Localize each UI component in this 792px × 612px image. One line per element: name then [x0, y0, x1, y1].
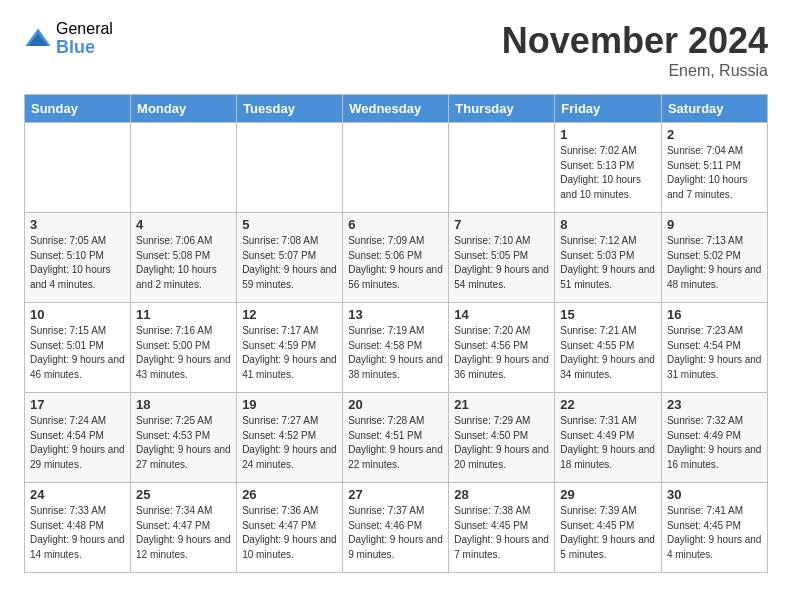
day-info: Sunrise: 7:04 AM Sunset: 5:11 PM Dayligh… [667, 144, 762, 202]
day-number: 9 [667, 217, 762, 232]
header-row: Sunday Monday Tuesday Wednesday Thursday… [25, 95, 768, 123]
day-cell: 8Sunrise: 7:12 AM Sunset: 5:03 PM Daylig… [555, 213, 662, 303]
day-number: 6 [348, 217, 443, 232]
day-number: 19 [242, 397, 337, 412]
day-info: Sunrise: 7:13 AM Sunset: 5:02 PM Dayligh… [667, 234, 762, 292]
day-number: 11 [136, 307, 231, 322]
day-cell: 11Sunrise: 7:16 AM Sunset: 5:00 PM Dayli… [131, 303, 237, 393]
day-cell: 7Sunrise: 7:10 AM Sunset: 5:05 PM Daylig… [449, 213, 555, 303]
day-number: 8 [560, 217, 656, 232]
location: Enem, Russia [502, 62, 768, 80]
day-cell: 1Sunrise: 7:02 AM Sunset: 5:13 PM Daylig… [555, 123, 662, 213]
day-number: 29 [560, 487, 656, 502]
logo-text: General Blue [56, 20, 113, 57]
day-cell: 16Sunrise: 7:23 AM Sunset: 4:54 PM Dayli… [661, 303, 767, 393]
day-info: Sunrise: 7:34 AM Sunset: 4:47 PM Dayligh… [136, 504, 231, 562]
day-info: Sunrise: 7:10 AM Sunset: 5:05 PM Dayligh… [454, 234, 549, 292]
title-block: November 2024 Enem, Russia [502, 20, 768, 80]
day-cell: 30Sunrise: 7:41 AM Sunset: 4:45 PM Dayli… [661, 483, 767, 573]
day-cell [449, 123, 555, 213]
day-cell: 18Sunrise: 7:25 AM Sunset: 4:53 PM Dayli… [131, 393, 237, 483]
day-cell: 14Sunrise: 7:20 AM Sunset: 4:56 PM Dayli… [449, 303, 555, 393]
day-cell: 9Sunrise: 7:13 AM Sunset: 5:02 PM Daylig… [661, 213, 767, 303]
day-cell: 12Sunrise: 7:17 AM Sunset: 4:59 PM Dayli… [237, 303, 343, 393]
day-number: 3 [30, 217, 125, 232]
day-info: Sunrise: 7:19 AM Sunset: 4:58 PM Dayligh… [348, 324, 443, 382]
day-cell: 25Sunrise: 7:34 AM Sunset: 4:47 PM Dayli… [131, 483, 237, 573]
day-info: Sunrise: 7:28 AM Sunset: 4:51 PM Dayligh… [348, 414, 443, 472]
day-number: 12 [242, 307, 337, 322]
day-info: Sunrise: 7:39 AM Sunset: 4:45 PM Dayligh… [560, 504, 656, 562]
day-info: Sunrise: 7:12 AM Sunset: 5:03 PM Dayligh… [560, 234, 656, 292]
day-number: 25 [136, 487, 231, 502]
day-number: 22 [560, 397, 656, 412]
col-wednesday: Wednesday [343, 95, 449, 123]
day-number: 5 [242, 217, 337, 232]
day-cell: 5Sunrise: 7:08 AM Sunset: 5:07 PM Daylig… [237, 213, 343, 303]
day-info: Sunrise: 7:25 AM Sunset: 4:53 PM Dayligh… [136, 414, 231, 472]
day-number: 1 [560, 127, 656, 142]
day-info: Sunrise: 7:20 AM Sunset: 4:56 PM Dayligh… [454, 324, 549, 382]
day-cell: 22Sunrise: 7:31 AM Sunset: 4:49 PM Dayli… [555, 393, 662, 483]
day-info: Sunrise: 7:33 AM Sunset: 4:48 PM Dayligh… [30, 504, 125, 562]
day-cell: 6Sunrise: 7:09 AM Sunset: 5:06 PM Daylig… [343, 213, 449, 303]
day-info: Sunrise: 7:17 AM Sunset: 4:59 PM Dayligh… [242, 324, 337, 382]
day-number: 16 [667, 307, 762, 322]
day-cell: 24Sunrise: 7:33 AM Sunset: 4:48 PM Dayli… [25, 483, 131, 573]
day-number: 27 [348, 487, 443, 502]
day-number: 23 [667, 397, 762, 412]
day-number: 10 [30, 307, 125, 322]
col-friday: Friday [555, 95, 662, 123]
col-tuesday: Tuesday [237, 95, 343, 123]
day-info: Sunrise: 7:41 AM Sunset: 4:45 PM Dayligh… [667, 504, 762, 562]
day-cell [237, 123, 343, 213]
day-info: Sunrise: 7:02 AM Sunset: 5:13 PM Dayligh… [560, 144, 656, 202]
day-cell: 20Sunrise: 7:28 AM Sunset: 4:51 PM Dayli… [343, 393, 449, 483]
day-cell: 2Sunrise: 7:04 AM Sunset: 5:11 PM Daylig… [661, 123, 767, 213]
week-row-1: 3Sunrise: 7:05 AM Sunset: 5:10 PM Daylig… [25, 213, 768, 303]
day-number: 21 [454, 397, 549, 412]
day-info: Sunrise: 7:21 AM Sunset: 4:55 PM Dayligh… [560, 324, 656, 382]
day-info: Sunrise: 7:37 AM Sunset: 4:46 PM Dayligh… [348, 504, 443, 562]
day-cell: 23Sunrise: 7:32 AM Sunset: 4:49 PM Dayli… [661, 393, 767, 483]
day-cell: 10Sunrise: 7:15 AM Sunset: 5:01 PM Dayli… [25, 303, 131, 393]
day-info: Sunrise: 7:09 AM Sunset: 5:06 PM Dayligh… [348, 234, 443, 292]
week-row-0: 1Sunrise: 7:02 AM Sunset: 5:13 PM Daylig… [25, 123, 768, 213]
day-cell: 29Sunrise: 7:39 AM Sunset: 4:45 PM Dayli… [555, 483, 662, 573]
col-monday: Monday [131, 95, 237, 123]
day-info: Sunrise: 7:06 AM Sunset: 5:08 PM Dayligh… [136, 234, 231, 292]
day-cell: 21Sunrise: 7:29 AM Sunset: 4:50 PM Dayli… [449, 393, 555, 483]
day-info: Sunrise: 7:23 AM Sunset: 4:54 PM Dayligh… [667, 324, 762, 382]
day-number: 15 [560, 307, 656, 322]
day-info: Sunrise: 7:15 AM Sunset: 5:01 PM Dayligh… [30, 324, 125, 382]
day-number: 14 [454, 307, 549, 322]
day-number: 24 [30, 487, 125, 502]
day-cell: 13Sunrise: 7:19 AM Sunset: 4:58 PM Dayli… [343, 303, 449, 393]
day-cell: 17Sunrise: 7:24 AM Sunset: 4:54 PM Dayli… [25, 393, 131, 483]
day-info: Sunrise: 7:32 AM Sunset: 4:49 PM Dayligh… [667, 414, 762, 472]
day-info: Sunrise: 7:16 AM Sunset: 5:00 PM Dayligh… [136, 324, 231, 382]
day-info: Sunrise: 7:08 AM Sunset: 5:07 PM Dayligh… [242, 234, 337, 292]
day-info: Sunrise: 7:05 AM Sunset: 5:10 PM Dayligh… [30, 234, 125, 292]
day-cell: 4Sunrise: 7:06 AM Sunset: 5:08 PM Daylig… [131, 213, 237, 303]
header: General Blue November 2024 Enem, Russia [24, 20, 768, 80]
logo-icon [24, 25, 52, 53]
page: General Blue November 2024 Enem, Russia … [0, 0, 792, 593]
day-cell: 15Sunrise: 7:21 AM Sunset: 4:55 PM Dayli… [555, 303, 662, 393]
col-sunday: Sunday [25, 95, 131, 123]
day-cell: 19Sunrise: 7:27 AM Sunset: 4:52 PM Dayli… [237, 393, 343, 483]
day-number: 17 [30, 397, 125, 412]
day-cell: 26Sunrise: 7:36 AM Sunset: 4:47 PM Dayli… [237, 483, 343, 573]
day-cell [343, 123, 449, 213]
day-number: 20 [348, 397, 443, 412]
week-row-3: 17Sunrise: 7:24 AM Sunset: 4:54 PM Dayli… [25, 393, 768, 483]
col-saturday: Saturday [661, 95, 767, 123]
calendar-table: Sunday Monday Tuesday Wednesday Thursday… [24, 94, 768, 573]
day-cell: 27Sunrise: 7:37 AM Sunset: 4:46 PM Dayli… [343, 483, 449, 573]
day-cell: 3Sunrise: 7:05 AM Sunset: 5:10 PM Daylig… [25, 213, 131, 303]
day-cell [25, 123, 131, 213]
day-cell: 28Sunrise: 7:38 AM Sunset: 4:45 PM Dayli… [449, 483, 555, 573]
day-info: Sunrise: 7:24 AM Sunset: 4:54 PM Dayligh… [30, 414, 125, 472]
logo-general: General [56, 20, 113, 38]
day-info: Sunrise: 7:38 AM Sunset: 4:45 PM Dayligh… [454, 504, 549, 562]
